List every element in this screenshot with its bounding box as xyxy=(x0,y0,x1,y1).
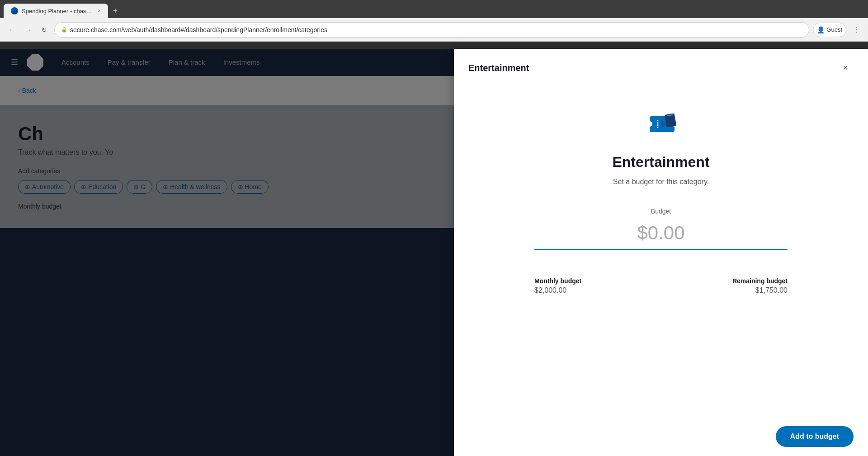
modal-title: Entertainment xyxy=(468,63,529,73)
svg-point-1 xyxy=(647,121,652,127)
tab-favicon xyxy=(11,7,18,14)
new-tab-button[interactable]: + xyxy=(108,4,123,18)
browser-toolbar: ← → ↻ 🔒 secure.chase.com/web/auth/dashbo… xyxy=(0,18,868,42)
profile-label: Guest xyxy=(826,26,842,33)
url-text: secure.chase.com/web/auth/dashboard#/das… xyxy=(70,26,327,33)
refresh-button[interactable]: ↻ xyxy=(38,24,51,36)
tab-bar: Spending Planner - chase.com × + xyxy=(0,0,868,18)
budget-section: Budget xyxy=(534,208,788,250)
remaining-budget-info: Remaining budget $1,750.00 xyxy=(732,277,788,294)
modal-header: Entertainment × xyxy=(454,49,868,87)
modal-footer: Add to budget xyxy=(454,417,868,456)
budget-info-row: Monthly budget $2,000.00 Remaining budge… xyxy=(534,268,788,294)
lock-icon: 🔒 xyxy=(61,27,67,33)
modal-category-subtitle: Set a budget for this category. xyxy=(613,178,709,186)
tab-title: Spending Planner - chase.com xyxy=(22,8,94,14)
monthly-budget-info-label: Monthly budget xyxy=(534,277,581,285)
back-button[interactable]: ← xyxy=(5,24,18,36)
budget-input-field[interactable] xyxy=(534,218,788,250)
budget-input-label: Budget xyxy=(534,208,788,215)
active-tab[interactable]: Spending Planner - chase.com × xyxy=(4,4,108,18)
remaining-budget-info-label: Remaining budget xyxy=(732,277,788,285)
entertainment-modal: Entertainment × xyxy=(454,49,868,456)
address-bar[interactable]: 🔒 secure.chase.com/web/auth/dashboard#/d… xyxy=(54,22,809,38)
modal-body: Entertainment Set a budget for this cate… xyxy=(454,87,868,417)
forward-button[interactable]: → xyxy=(22,24,34,36)
modal-category-name: Entertainment xyxy=(612,154,709,171)
monthly-budget-info: Monthly budget $2,000.00 xyxy=(534,277,581,294)
profile-icon: 👤 xyxy=(817,26,825,33)
entertainment-icon xyxy=(643,105,679,141)
browser-menu-button[interactable]: ⋮ xyxy=(850,24,863,36)
monthly-budget-info-value: $2,000.00 xyxy=(534,286,566,294)
remaining-budget-info-value: $1,750.00 xyxy=(755,286,788,294)
add-to-budget-button[interactable]: Add to budget xyxy=(776,426,854,447)
tab-close-button[interactable]: × xyxy=(98,8,101,14)
budget-input-wrapper xyxy=(534,218,788,250)
modal-close-button[interactable]: × xyxy=(837,60,854,76)
profile-button[interactable]: 👤 Guest xyxy=(813,23,846,37)
